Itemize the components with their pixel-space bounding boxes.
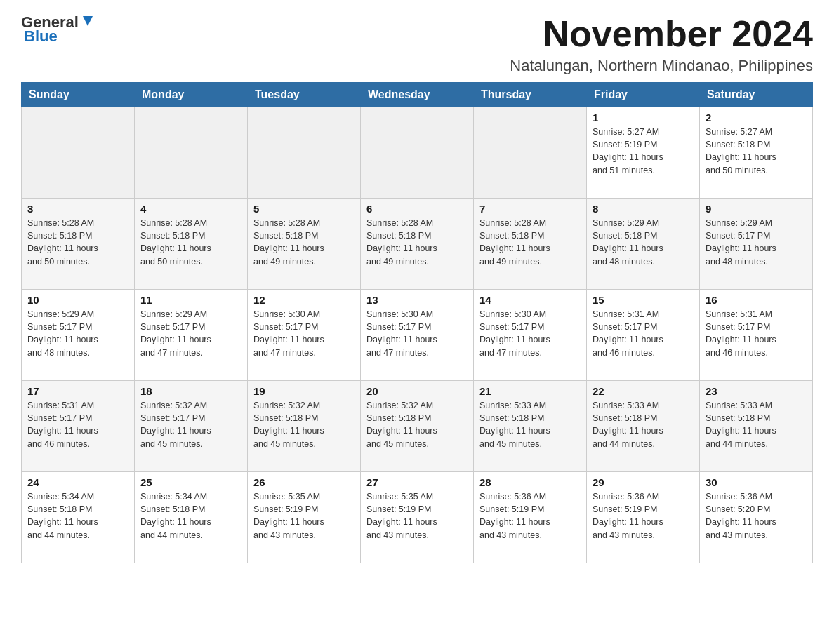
day-number: 23	[706, 385, 807, 397]
calendar-cell: 11Sunrise: 5:29 AM Sunset: 5:17 PM Dayli…	[135, 290, 248, 381]
calendar-week-row: 17Sunrise: 5:31 AM Sunset: 5:17 PM Dayli…	[22, 381, 813, 472]
day-info: Sunrise: 5:36 AM Sunset: 5:19 PM Dayligh…	[593, 490, 694, 542]
calendar-cell: 1Sunrise: 5:27 AM Sunset: 5:19 PM Daylig…	[587, 107, 700, 199]
calendar-header-sunday: Sunday	[22, 83, 135, 107]
day-number: 20	[366, 385, 468, 397]
day-number: 21	[479, 385, 581, 397]
calendar-week-row: 3Sunrise: 5:28 AM Sunset: 5:18 PM Daylig…	[22, 199, 813, 290]
day-info: Sunrise: 5:30 AM Sunset: 5:17 PM Dayligh…	[253, 308, 355, 359]
day-number: 6	[366, 203, 468, 215]
logo-text-blue: Blue	[24, 27, 58, 45]
day-info: Sunrise: 5:32 AM Sunset: 5:18 PM Dayligh…	[253, 399, 355, 450]
calendar-week-row: 24Sunrise: 5:34 AM Sunset: 5:18 PM Dayli…	[22, 472, 813, 563]
day-info: Sunrise: 5:30 AM Sunset: 5:17 PM Dayligh…	[366, 308, 468, 359]
calendar-cell: 7Sunrise: 5:28 AM Sunset: 5:18 PM Daylig…	[474, 199, 587, 290]
day-info: Sunrise: 5:31 AM Sunset: 5:17 PM Dayligh…	[593, 308, 694, 359]
day-number: 9	[706, 203, 807, 215]
calendar-cell: 15Sunrise: 5:31 AM Sunset: 5:17 PM Dayli…	[587, 290, 700, 381]
calendar-cell: 24Sunrise: 5:34 AM Sunset: 5:18 PM Dayli…	[22, 472, 135, 563]
calendar-header-thursday: Thursday	[474, 83, 587, 107]
calendar-header-monday: Monday	[135, 83, 248, 107]
day-number: 26	[253, 476, 355, 488]
calendar-cell: 20Sunrise: 5:32 AM Sunset: 5:18 PM Dayli…	[361, 381, 474, 472]
day-number: 4	[140, 203, 241, 215]
day-number: 7	[479, 203, 581, 215]
day-info: Sunrise: 5:28 AM Sunset: 5:18 PM Dayligh…	[366, 217, 468, 268]
calendar-cell	[22, 107, 135, 199]
day-info: Sunrise: 5:28 AM Sunset: 5:18 PM Dayligh…	[479, 217, 581, 268]
day-info: Sunrise: 5:31 AM Sunset: 5:17 PM Dayligh…	[706, 308, 807, 359]
day-number: 24	[27, 476, 128, 488]
calendar-cell: 5Sunrise: 5:28 AM Sunset: 5:18 PM Daylig…	[248, 199, 361, 290]
day-info: Sunrise: 5:29 AM Sunset: 5:18 PM Dayligh…	[593, 217, 694, 268]
day-number: 17	[27, 385, 128, 397]
calendar-cell: 21Sunrise: 5:33 AM Sunset: 5:18 PM Dayli…	[474, 381, 587, 472]
day-info: Sunrise: 5:29 AM Sunset: 5:17 PM Dayligh…	[706, 217, 807, 268]
day-number: 28	[479, 476, 581, 488]
day-number: 16	[706, 294, 807, 306]
logo-triangle-icon	[80, 13, 95, 29]
calendar-header-tuesday: Tuesday	[248, 83, 361, 107]
svg-marker-0	[83, 16, 93, 26]
day-info: Sunrise: 5:28 AM Sunset: 5:18 PM Dayligh…	[253, 217, 355, 268]
day-number: 25	[140, 476, 241, 488]
calendar-cell: 17Sunrise: 5:31 AM Sunset: 5:17 PM Dayli…	[22, 381, 135, 472]
calendar-cell: 29Sunrise: 5:36 AM Sunset: 5:19 PM Dayli…	[587, 472, 700, 563]
day-info: Sunrise: 5:27 AM Sunset: 5:19 PM Dayligh…	[593, 126, 694, 177]
day-number: 3	[27, 203, 128, 215]
day-info: Sunrise: 5:27 AM Sunset: 5:18 PM Dayligh…	[706, 126, 807, 177]
calendar-header-wednesday: Wednesday	[361, 83, 474, 107]
day-number: 27	[366, 476, 468, 488]
day-number: 5	[253, 203, 355, 215]
day-number: 29	[593, 476, 694, 488]
calendar-cell: 6Sunrise: 5:28 AM Sunset: 5:18 PM Daylig…	[361, 199, 474, 290]
day-info: Sunrise: 5:33 AM Sunset: 5:18 PM Dayligh…	[479, 399, 581, 450]
day-number: 12	[253, 294, 355, 306]
day-info: Sunrise: 5:30 AM Sunset: 5:17 PM Dayligh…	[479, 308, 581, 359]
day-info: Sunrise: 5:34 AM Sunset: 5:18 PM Dayligh…	[140, 490, 241, 542]
day-info: Sunrise: 5:29 AM Sunset: 5:17 PM Dayligh…	[27, 308, 128, 359]
page-header: General Blue November 2024 Natalungan, N…	[21, 14, 813, 75]
day-info: Sunrise: 5:33 AM Sunset: 5:18 PM Dayligh…	[593, 399, 694, 450]
calendar-cell: 8Sunrise: 5:29 AM Sunset: 5:18 PM Daylig…	[587, 199, 700, 290]
day-info: Sunrise: 5:31 AM Sunset: 5:17 PM Dayligh…	[27, 399, 128, 450]
calendar-cell: 16Sunrise: 5:31 AM Sunset: 5:17 PM Dayli…	[700, 290, 813, 381]
calendar-cell	[248, 107, 361, 199]
calendar-cell: 2Sunrise: 5:27 AM Sunset: 5:18 PM Daylig…	[700, 107, 813, 199]
calendar-cell: 14Sunrise: 5:30 AM Sunset: 5:17 PM Dayli…	[474, 290, 587, 381]
calendar-cell	[474, 107, 587, 199]
calendar-cell	[361, 107, 474, 199]
calendar-cell: 19Sunrise: 5:32 AM Sunset: 5:18 PM Dayli…	[248, 381, 361, 472]
calendar-cell: 28Sunrise: 5:36 AM Sunset: 5:19 PM Dayli…	[474, 472, 587, 563]
calendar-week-row: 10Sunrise: 5:29 AM Sunset: 5:17 PM Dayli…	[22, 290, 813, 381]
calendar-header-row: SundayMondayTuesdayWednesdayThursdayFrid…	[22, 83, 813, 107]
day-number: 14	[479, 294, 581, 306]
calendar-cell: 3Sunrise: 5:28 AM Sunset: 5:18 PM Daylig…	[22, 199, 135, 290]
day-number: 19	[253, 385, 355, 397]
calendar-cell: 4Sunrise: 5:28 AM Sunset: 5:18 PM Daylig…	[135, 199, 248, 290]
day-info: Sunrise: 5:28 AM Sunset: 5:18 PM Dayligh…	[27, 217, 128, 268]
calendar-cell: 27Sunrise: 5:35 AM Sunset: 5:19 PM Dayli…	[361, 472, 474, 563]
day-info: Sunrise: 5:33 AM Sunset: 5:18 PM Dayligh…	[706, 399, 807, 450]
calendar-cell: 10Sunrise: 5:29 AM Sunset: 5:17 PM Dayli…	[22, 290, 135, 381]
calendar-cell: 30Sunrise: 5:36 AM Sunset: 5:20 PM Dayli…	[700, 472, 813, 563]
calendar-cell: 23Sunrise: 5:33 AM Sunset: 5:18 PM Dayli…	[700, 381, 813, 472]
day-number: 18	[140, 385, 241, 397]
calendar-table: SundayMondayTuesdayWednesdayThursdayFrid…	[21, 82, 813, 563]
calendar-header-friday: Friday	[587, 83, 700, 107]
day-number: 2	[706, 112, 807, 123]
day-number: 30	[706, 476, 807, 488]
day-info: Sunrise: 5:29 AM Sunset: 5:17 PM Dayligh…	[140, 308, 241, 359]
day-info: Sunrise: 5:35 AM Sunset: 5:19 PM Dayligh…	[253, 490, 355, 542]
day-number: 8	[593, 203, 694, 215]
day-info: Sunrise: 5:32 AM Sunset: 5:17 PM Dayligh…	[140, 399, 241, 450]
calendar-title: November 2024	[510, 14, 813, 54]
day-number: 11	[140, 294, 241, 306]
day-info: Sunrise: 5:36 AM Sunset: 5:20 PM Dayligh…	[706, 490, 807, 542]
day-number: 1	[593, 112, 694, 123]
day-number: 13	[366, 294, 468, 306]
calendar-cell: 9Sunrise: 5:29 AM Sunset: 5:17 PM Daylig…	[700, 199, 813, 290]
calendar-cell	[135, 107, 248, 199]
calendar-week-row: 1Sunrise: 5:27 AM Sunset: 5:19 PM Daylig…	[22, 107, 813, 199]
calendar-subtitle: Natalungan, Northern Mindanao, Philippin…	[510, 57, 813, 75]
